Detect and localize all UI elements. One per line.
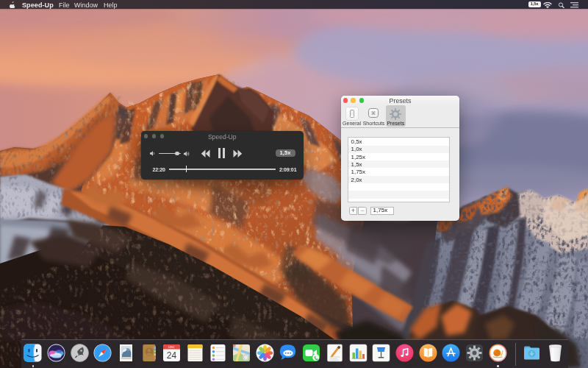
svg-text:24: 24: [167, 350, 177, 361]
svg-text:DEC: DEC: [168, 345, 175, 349]
